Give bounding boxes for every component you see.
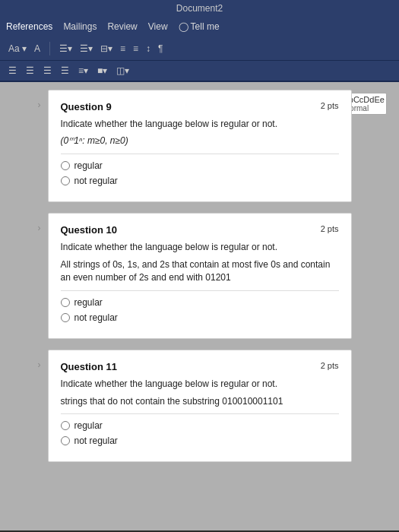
menu-references[interactable]: References xyxy=(6,21,52,32)
q10-arrow: › xyxy=(38,223,41,233)
q11-pts: 2 pts xyxy=(321,361,339,370)
q10-body: All strings of 0s, 1s, and 2s that conta… xyxy=(61,258,339,284)
font-style-btn[interactable]: A xyxy=(32,42,43,55)
toolbar-row2: ☰ ☰ ☰ ☰ ≡▾ ■▾ ◫▾ xyxy=(0,61,399,82)
indent-btn[interactable]: ⊟▾ xyxy=(98,42,115,55)
q11-option-notregular[interactable]: not regular xyxy=(61,435,339,446)
q10-option-regular[interactable]: regular xyxy=(61,297,339,308)
q9-arrow: › xyxy=(38,100,41,110)
q9-instruction: Indicate whether the language below is r… xyxy=(61,119,339,129)
q9-radio-notregular[interactable] xyxy=(61,176,70,185)
align-justify-btn[interactable]: ☰ xyxy=(59,64,71,78)
q10-instruction: Indicate whether the language below is r… xyxy=(61,242,339,252)
content-area: › Question 9 2 pts Indicate whether the … xyxy=(0,82,399,530)
q9-option-notregular[interactable]: not regular xyxy=(61,176,339,186)
q11-radio-notregular[interactable] xyxy=(61,436,70,445)
q11-header: Question 11 2 pts xyxy=(61,361,339,372)
toolbar-row1: Aa ▾ A ☰▾ ☰▾ ⊟▾ ≡ ≡ ↕ ¶ AaBbCcDdEe Norma… xyxy=(0,36,399,61)
list2-btn[interactable]: ☰▾ xyxy=(78,42,95,55)
list-btn[interactable]: ☰▾ xyxy=(57,42,74,55)
q9-pts: 2 pts xyxy=(321,101,339,110)
q10-pts: 2 pts xyxy=(321,224,339,233)
paragraph-group: ☰▾ ☰▾ ⊟▾ ≡ ≡ ↕ ¶ xyxy=(57,42,165,55)
q11-divider xyxy=(61,413,339,414)
sort-btn[interactable]: ↕ xyxy=(144,42,153,55)
title-bar: Document2 xyxy=(0,0,399,17)
menu-review[interactable]: Review xyxy=(107,21,137,32)
font-group: Aa ▾ A xyxy=(6,42,43,55)
q11-body: strings that do not contain the substrin… xyxy=(61,395,339,408)
q11-option-regular[interactable]: regular xyxy=(61,420,339,431)
question-11-card: › Question 11 2 pts Indicate whether the… xyxy=(48,350,352,463)
q10-label-notregular: not regular xyxy=(74,312,118,323)
align-left-btn[interactable]: ☰ xyxy=(6,64,19,78)
q9-label-regular: regular xyxy=(74,160,103,171)
line-spacing-btn[interactable]: ≡▾ xyxy=(76,64,90,78)
q10-divider xyxy=(61,290,339,291)
q9-radio-regular[interactable] xyxy=(61,161,70,170)
q10-option-notregular[interactable]: not regular xyxy=(61,312,339,323)
q11-label-notregular: not regular xyxy=(74,435,118,446)
q10-radio-regular[interactable] xyxy=(61,298,70,307)
menu-mailings[interactable]: Mailings xyxy=(63,21,97,32)
q10-title: Question 10 xyxy=(61,224,117,236)
q11-title: Question 11 xyxy=(61,361,117,372)
menu-bar: References Mailings Review View ◯ Tell m… xyxy=(0,17,399,36)
menu-tell-me[interactable]: ◯ Tell me xyxy=(179,21,220,32)
q10-label-regular: regular xyxy=(74,297,103,308)
question-9-card: › Question 9 2 pts Indicate whether the … xyxy=(48,90,352,202)
q9-header: Question 9 2 pts xyxy=(61,101,339,112)
align-center2-btn[interactable]: ☰ xyxy=(24,64,36,78)
q11-radio-regular[interactable] xyxy=(61,421,70,430)
table-btn[interactable]: ◫▾ xyxy=(114,64,131,78)
q10-header: Question 10 2 pts xyxy=(61,224,339,236)
q9-option-regular[interactable]: regular xyxy=(61,160,339,171)
align-center-btn[interactable]: ≡ xyxy=(118,42,128,55)
q9-divider xyxy=(61,154,339,154)
shading-btn[interactable]: ■▾ xyxy=(95,64,109,78)
question-10-card: › Question 10 2 pts Indicate whether the… xyxy=(48,213,352,339)
document-title: Document2 xyxy=(176,3,223,14)
lightbulb-icon: ◯ xyxy=(179,21,188,32)
q9-label-notregular: not regular xyxy=(74,176,118,186)
align-right2-btn[interactable]: ☰ xyxy=(41,64,54,78)
align-right-btn[interactable]: ≡ xyxy=(131,42,141,55)
q10-radio-notregular[interactable] xyxy=(61,313,70,322)
font-btn[interactable]: Aa ▾ xyxy=(6,42,29,55)
q11-arrow: › xyxy=(38,359,41,370)
pilcrow-btn[interactable]: ¶ xyxy=(156,42,165,55)
sep1 xyxy=(49,42,50,55)
q9-title: Question 9 xyxy=(61,101,112,112)
q11-instruction: Indicate whether the language below is r… xyxy=(61,378,339,389)
menu-view[interactable]: View xyxy=(148,21,168,32)
q9-formula: (0ᵐ1ⁿ: m≥0, n≥0) xyxy=(61,135,339,146)
q11-label-regular: regular xyxy=(74,420,103,431)
